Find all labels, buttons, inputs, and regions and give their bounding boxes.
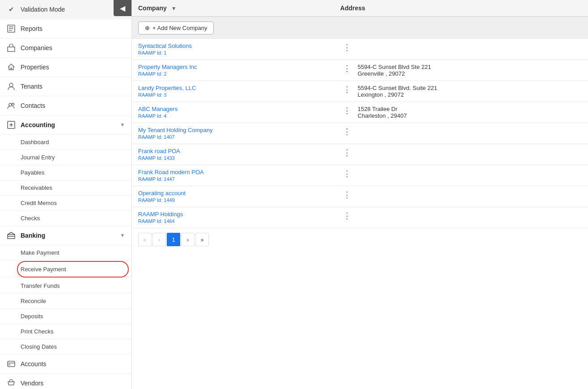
raamp-id: RAAMP Id: 4 bbox=[138, 113, 166, 119]
properties-icon bbox=[6, 62, 16, 72]
svg-rect-15 bbox=[8, 364, 10, 365]
add-company-row: ⊕ + Add New Company bbox=[132, 17, 588, 39]
sidebar-item-reconcile[interactable]: Reconcile bbox=[0, 294, 131, 309]
table-row: RAAMP Holdings RAAMP Id: 1464 ⋮ bbox=[132, 207, 588, 228]
table-row: Property Managers Inc RAAMP Id: 2 ⋮ 5594… bbox=[132, 60, 588, 81]
sidebar-label-properties: Properties bbox=[21, 64, 125, 71]
sidebar-item-print-checks[interactable]: Print Checks bbox=[0, 324, 131, 339]
pagination-page-1[interactable]: 1 bbox=[167, 233, 180, 246]
plus-icon: ⊕ bbox=[145, 25, 150, 31]
company-name[interactable]: ABC Managers bbox=[138, 106, 178, 112]
raamp-id: RAAMP Id: 3 bbox=[138, 92, 166, 98]
company-name[interactable]: Frank road POA bbox=[138, 148, 180, 154]
sidebar-item-accounts[interactable]: Accounts bbox=[0, 355, 131, 374]
svg-rect-13 bbox=[8, 361, 15, 367]
table-row: Syntactical Solutions RAAMP Id: 1 ⋮ bbox=[132, 39, 588, 60]
sidebar-label-journal-entry: Journal Entry bbox=[21, 154, 55, 161]
row-menu-button[interactable]: ⋮ bbox=[340, 43, 354, 52]
banking-icon bbox=[6, 231, 16, 240]
banking-chevron: ▼ bbox=[120, 232, 125, 239]
sidebar-item-banking[interactable]: Banking ▼ bbox=[0, 226, 131, 245]
column-header-company: Company ▼ bbox=[132, 0, 334, 17]
svg-point-5 bbox=[9, 83, 13, 87]
sidebar-label-closing-dates: Closing Dates bbox=[21, 343, 57, 350]
sidebar-item-payables[interactable]: Payables bbox=[0, 165, 131, 180]
row-menu-button[interactable]: ⋮ bbox=[340, 85, 354, 94]
column-header-address: Address bbox=[334, 0, 588, 17]
sidebar-item-reports[interactable]: Reports bbox=[0, 19, 131, 38]
sidebar-item-make-payment[interactable]: Make Payment bbox=[0, 245, 131, 261]
sidebar-item-closing-dates[interactable]: Closing Dates bbox=[0, 339, 131, 355]
sidebar-label-receivables: Receivables bbox=[21, 184, 52, 191]
sidebar-item-tenants[interactable]: Tenants bbox=[0, 77, 131, 96]
sidebar-label-payables: Payables bbox=[21, 169, 44, 176]
table-container: Company ▼ Address ⊕ + Add New Company bbox=[132, 0, 588, 389]
pagination-row: « ‹ 1 › » bbox=[132, 228, 588, 251]
sidebar-item-receive-payment[interactable]: Receive Payment bbox=[0, 262, 131, 277]
sidebar-label-transfer-funds: Transfer Funds bbox=[21, 282, 60, 289]
sidebar-item-transfer-funds[interactable]: Transfer Funds bbox=[0, 278, 131, 294]
sidebar-label-validation-mode: Validation Mode bbox=[21, 6, 125, 13]
company-name[interactable]: Syntactical Solutions bbox=[138, 43, 192, 49]
raamp-id: RAAMP Id: 2 bbox=[138, 71, 166, 77]
row-menu-button[interactable]: ⋮ bbox=[340, 127, 354, 136]
row-menu-button[interactable]: ⋮ bbox=[340, 211, 354, 220]
sidebar-label-vendors: Vendors bbox=[21, 380, 125, 387]
raamp-id: RAAMP Id: 1 bbox=[138, 50, 166, 56]
company-name[interactable]: Frank Road modern POA bbox=[138, 169, 204, 175]
sidebar-label-contacts: Contacts bbox=[21, 102, 125, 109]
sidebar-item-receivables[interactable]: Receivables bbox=[0, 180, 131, 196]
sidebar-item-deposits[interactable]: Deposits bbox=[0, 309, 131, 324]
row-menu-button[interactable]: ⋮ bbox=[340, 64, 354, 73]
filter-icon[interactable]: ▼ bbox=[171, 5, 177, 12]
raamp-id: RAAMP Id: 1407 bbox=[138, 134, 175, 140]
pagination: « ‹ 1 › » bbox=[132, 228, 588, 251]
sidebar-label-dashboard: Dashboard bbox=[21, 139, 49, 145]
vendors-icon bbox=[6, 378, 16, 388]
add-new-company-button[interactable]: ⊕ + Add New Company bbox=[138, 21, 214, 34]
sidebar-item-companies[interactable]: Companies bbox=[0, 38, 131, 58]
company-name[interactable]: Operating account bbox=[138, 190, 186, 197]
company-name[interactable]: RAAMP Holdings bbox=[138, 211, 183, 218]
row-menu-button[interactable]: ⋮ bbox=[340, 106, 354, 115]
validation-icon: ✔ bbox=[6, 4, 16, 14]
address: 5594-C Sunset Blvd. Suite 221 Lexington … bbox=[358, 85, 437, 98]
address: 1528 Trailee Dr Charleston , 29407 bbox=[358, 106, 407, 119]
sidebar-label-deposits: Deposits bbox=[21, 313, 43, 320]
row-menu-button[interactable]: ⋮ bbox=[340, 148, 354, 157]
sidebar-item-dashboard[interactable]: Dashboard bbox=[0, 135, 131, 150]
raamp-id: RAAMP Id: 1433 bbox=[138, 155, 175, 161]
company-name[interactable]: My Tenant Holding Company bbox=[138, 127, 213, 133]
sidebar-label-reports: Reports bbox=[21, 25, 125, 32]
sidebar-item-properties[interactable]: Properties bbox=[0, 58, 131, 77]
sidebar-label-tenants: Tenants bbox=[21, 83, 125, 90]
row-menu-button[interactable]: ⋮ bbox=[340, 169, 354, 178]
sidebar-item-checks[interactable]: Checks bbox=[0, 211, 131, 226]
sidebar-label-make-payment: Make Payment bbox=[21, 249, 59, 256]
pagination-first[interactable]: « bbox=[138, 233, 152, 246]
sidebar-item-validation-mode[interactable]: ✔ Validation Mode bbox=[0, 0, 131, 19]
company-name[interactable]: Property Managers Inc bbox=[138, 64, 197, 70]
row-menu-button[interactable]: ⋮ bbox=[340, 190, 354, 199]
accounts-icon bbox=[6, 359, 16, 369]
sidebar-label-checks: Checks bbox=[21, 215, 40, 222]
table-row: Frank Road modern POA RAAMP Id: 1447 ⋮ bbox=[132, 165, 588, 186]
company-name[interactable]: Landy Properties, LLC bbox=[138, 85, 196, 91]
sidebar: ◀ ✔ Validation Mode Reports Companies Pr… bbox=[0, 0, 132, 389]
sidebar-item-contacts[interactable]: Contacts bbox=[0, 96, 131, 115]
raamp-id: RAAMP Id: 1447 bbox=[138, 176, 175, 182]
table-row: ABC Managers RAAMP Id: 4 ⋮ 1528 Trailee … bbox=[132, 102, 588, 123]
sidebar-label-print-checks: Print Checks bbox=[21, 328, 54, 335]
sidebar-item-journal-entry[interactable]: Journal Entry bbox=[0, 150, 131, 165]
pagination-next[interactable]: › bbox=[181, 233, 195, 246]
back-button[interactable]: ◀ bbox=[114, 0, 131, 16]
pagination-prev[interactable]: ‹ bbox=[152, 233, 166, 246]
sidebar-item-credit-memos[interactable]: Credit Memos bbox=[0, 196, 131, 211]
sidebar-label-accounts: Accounts bbox=[21, 360, 125, 368]
raamp-id: RAAMP Id: 1449 bbox=[138, 197, 175, 203]
table-row: Landy Properties, LLC RAAMP Id: 3 ⋮ 5594… bbox=[132, 81, 588, 102]
reports-icon bbox=[6, 24, 16, 34]
sidebar-item-accounting[interactable]: Accounting ▼ bbox=[0, 115, 131, 135]
pagination-last[interactable]: » bbox=[195, 233, 209, 246]
sidebar-item-vendors[interactable]: Vendors bbox=[0, 374, 131, 389]
